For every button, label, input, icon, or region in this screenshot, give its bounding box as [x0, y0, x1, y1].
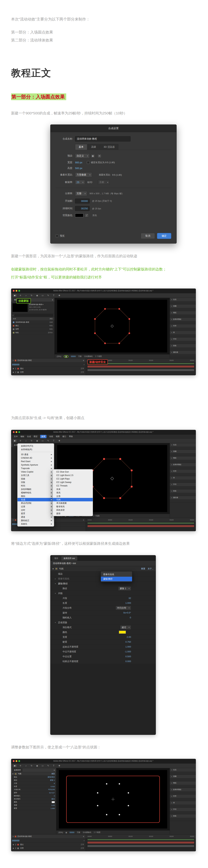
blend-mode[interactable]: 正常: [80, 847, 84, 849]
rotate-tool[interactable]: ↻: [30, 765, 33, 767]
submenu-item[interactable]: 四色渐变: [53, 508, 93, 512]
tab-advanced[interactable]: 高级: [88, 144, 100, 150]
project-item[interactable]: 流动球体动效-教程合成: [11, 321, 55, 324]
panel-character[interactable]: ▸字符: [170, 338, 196, 341]
submenu-item[interactable]: CC Light Burst 2.5: [53, 473, 93, 477]
submenu-item[interactable]: 光束: [53, 488, 93, 491]
project-search-input[interactable]: [14, 314, 53, 316]
menu-item-category[interactable]: 3D 通道▶: [18, 453, 54, 456]
submenu-item[interactable]: CC Threads: [53, 484, 93, 488]
property-value[interactable]: 0.500: [125, 655, 131, 658]
submenu-item[interactable]: CC Light Rays: [53, 477, 93, 480]
menu-item-category[interactable]: 模糊和锐化▶: [18, 491, 54, 494]
safe-guides-toggle-icon[interactable]: ▦: [66, 832, 67, 833]
property-row[interactable]: 中点不透明度-1.000: [50, 649, 155, 654]
tab-effect-controls[interactable]: 效果控件 dot: [61, 556, 77, 561]
cancel-button[interactable]: 取消: [141, 233, 155, 239]
panel-paragraph[interactable]: ▸段落: [170, 489, 196, 493]
tab-basic[interactable]: 基本: [75, 144, 87, 150]
camera-tool[interactable]: ◉: [35, 294, 39, 297]
viewport-time[interactable]: 00000: [71, 355, 76, 358]
camera-tool[interactable]: ◉: [35, 765, 39, 767]
panel-libraries[interactable]: ▸库: [170, 801, 196, 804]
property-value[interactable]: 2.00: [127, 636, 131, 638]
resolution-select[interactable]: 完整: [77, 831, 80, 834]
work-area-bar[interactable]: [88, 523, 194, 524]
property-row[interactable]: 随机植入0: [50, 615, 155, 620]
visibility-icon[interactable]: ◉: [13, 847, 14, 849]
dropdown-option-selected[interactable]: 蒙版/路径: [101, 577, 132, 581]
layer-duration-bar[interactable]: [88, 842, 194, 843]
rotate-tool[interactable]: ↻: [30, 294, 33, 297]
zoom-tool[interactable]: ⌕: [24, 765, 28, 767]
blend-mode[interactable]: 正常: [80, 367, 84, 370]
panel-audio[interactable]: ▸音频: [170, 450, 196, 453]
selection-tool[interactable]: ►: [13, 294, 16, 297]
property-row[interactable]: 结束点不透明度0.000: [50, 659, 155, 664]
selection-tool[interactable]: ►: [13, 439, 16, 442]
layer-row[interactable]: ◉ 1 圆点 正常: [11, 367, 85, 370]
panel-preview[interactable]: ▸预览: [170, 311, 196, 314]
menu-file[interactable]: 文件: [14, 435, 18, 438]
hand-tool[interactable]: ✛: [19, 439, 22, 442]
twirl-icon[interactable]: ▾: [55, 592, 57, 594]
menu-item-effect-controls[interactable]: 效果控件(F3): [18, 444, 54, 448]
property-row[interactable]: 硬度1.000: [11, 807, 56, 810]
layer-duration-bar[interactable]: [88, 369, 194, 371]
property-value[interactable]: 32: [129, 597, 131, 599]
twirl-icon[interactable]: ▸: [55, 578, 57, 580]
width-value[interactable]: 900 px: [75, 161, 82, 164]
menu-item-generate[interactable]: 生成▶: [18, 498, 54, 501]
layer-duration-bar[interactable]: [88, 525, 194, 527]
preview-checkbox[interactable]: 预览: [56, 235, 65, 238]
property-value[interactable]: 0: [130, 616, 131, 619]
panel-menu-icon[interactable]: ≡: [83, 519, 84, 521]
work-area-bar[interactable]: [88, 839, 194, 840]
visibility-icon[interactable]: ◉: [13, 368, 14, 369]
menu-item-category[interactable]: 时间▶: [18, 484, 54, 488]
active-camera-select[interactable]: 活动摄像机: [83, 831, 91, 834]
close-icon[interactable]: ×: [13, 836, 14, 837]
property-row[interactable]: 随机植入0: [11, 795, 56, 798]
tab-3d-renderer[interactable]: 3D 渲染器: [100, 144, 118, 150]
property-row[interactable]: 长度1.000: [50, 601, 155, 606]
active-camera-select[interactable]: 活动摄像机: [84, 355, 93, 358]
close-icon[interactable]: ×: [13, 360, 14, 362]
menu-help[interactable]: 帮助: [69, 435, 73, 438]
property-row[interactable]: 长度0.015: [11, 785, 56, 788]
panel-info[interactable]: ▸信息: [170, 768, 196, 772]
layer-row[interactable]: ◉ 1 圆点 正常: [11, 843, 85, 846]
menu-item-remove-all[interactable]: 全部移除(R): [18, 448, 54, 451]
delete-preset-icon[interactable]: ✕: [98, 154, 101, 158]
pixel-aspect-dropdown[interactable]: 方形像素▾: [75, 173, 92, 177]
start-frame-input[interactable]: 00000: [75, 198, 90, 204]
tab-project[interactable]: 项目: [52, 556, 61, 561]
property-row[interactable]: 起始点不透明度1.000: [50, 644, 155, 649]
window-controls[interactable]: [11, 760, 22, 762]
twirl-icon[interactable]: ▾: [53, 567, 54, 570]
visibility-icon[interactable]: ◉: [13, 371, 14, 373]
view-layout-select[interactable]: 1 个视图: [93, 515, 100, 517]
color-swatch[interactable]: [51, 801, 55, 803]
property-row[interactable]: 片段分布均匀分布: [11, 788, 56, 791]
view-layout-select[interactable]: 1 个视图: [94, 831, 100, 834]
property-row[interactable]: 片段32: [50, 596, 155, 601]
reset-effect-link[interactable]: 重置: [141, 567, 145, 570]
zoom-level[interactable]: (50%): [59, 832, 63, 833]
menu-composition[interactable]: 合成: [27, 435, 31, 438]
text-tool[interactable]: T: [52, 765, 56, 767]
pen-tool[interactable]: ✎: [46, 765, 50, 767]
panel-paragraph[interactable]: ▸段落: [170, 814, 196, 818]
rotate-tool[interactable]: ↻: [30, 439, 33, 442]
menu-item-category[interactable]: 颜色校正▶: [18, 519, 54, 522]
menu-effect[interactable]: 效果: [40, 435, 46, 438]
dropdown-option[interactable]: 图像等高线: [101, 572, 132, 577]
current-time-display[interactable]: 00000: [12, 839, 20, 842]
zoom-tool[interactable]: ⌕: [24, 294, 28, 297]
menu-view[interactable]: 视图: [56, 435, 60, 438]
submenu-item[interactable]: 分形: [53, 494, 93, 498]
property-value[interactable]: 1.000: [125, 602, 131, 604]
layer-name[interactable]: 背景: [20, 371, 24, 373]
menu-window[interactable]: 窗口: [62, 435, 66, 438]
menu-item-category[interactable]: 表达式控制▶: [18, 501, 54, 505]
